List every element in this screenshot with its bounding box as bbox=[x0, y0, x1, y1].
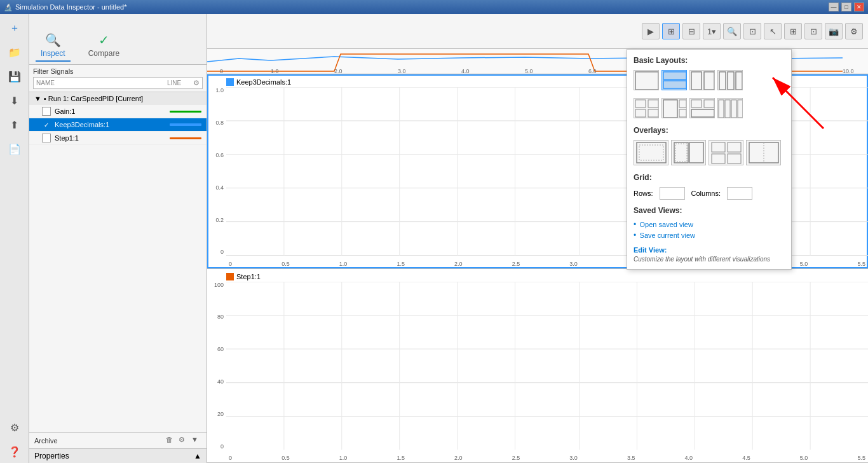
layout-two-stacked-selected[interactable] bbox=[661, 70, 687, 90]
svg-rect-58 bbox=[679, 109, 686, 117]
tab-compare[interactable]: ✓ Compare bbox=[83, 30, 125, 62]
compare-icon: ✓ bbox=[98, 32, 109, 48]
signal-row-keep3decimals[interactable]: ✓ Keep3Decimals:1 bbox=[29, 118, 207, 132]
archive-delete-icon[interactable]: 🗑 bbox=[166, 436, 176, 446]
overlay-1[interactable] bbox=[634, 140, 668, 165]
properties-label: Properties bbox=[34, 452, 69, 460]
app-icon: 🔬 bbox=[4, 3, 13, 11]
add-button[interactable]: ＋ bbox=[3, 17, 26, 39]
signals-list: ▼ ▪ Run 1: CarSpeedPID [Current] Gain:1 … bbox=[29, 92, 207, 432]
layout-two-cols[interactable] bbox=[689, 70, 715, 90]
svg-rect-68 bbox=[674, 142, 688, 163]
help-button[interactable]: ❓ bbox=[3, 440, 26, 463]
layout-grid-row2 bbox=[634, 98, 785, 118]
svg-rect-61 bbox=[691, 109, 714, 117]
svg-rect-73 bbox=[712, 154, 725, 163]
inspect-icon: 🔍 bbox=[45, 32, 61, 48]
tab-inspect[interactable]: 🔍 Inspect bbox=[36, 30, 71, 62]
basic-layouts-title: Basic Layouts: bbox=[634, 56, 785, 65]
upload-button[interactable]: ⬆ bbox=[3, 113, 26, 136]
chart1-legend-box bbox=[226, 78, 234, 86]
svg-rect-53 bbox=[648, 100, 658, 107]
layout-single[interactable] bbox=[634, 70, 659, 90]
chart1-title: Keep3Decimals:1 bbox=[226, 78, 291, 86]
expand-button[interactable]: ⊞ bbox=[784, 23, 802, 39]
edit-view-title[interactable]: Edit View: bbox=[634, 246, 785, 254]
layout-button[interactable]: ⊞ bbox=[662, 23, 680, 39]
svg-rect-74 bbox=[728, 154, 741, 163]
check-keep3decimals[interactable]: ✓ bbox=[42, 120, 51, 129]
svg-text:0: 0 bbox=[220, 68, 223, 74]
archive-icons: 🗑 ⚙ ▼ bbox=[166, 436, 201, 446]
title-bar-controls: — □ ✕ bbox=[829, 3, 864, 11]
svg-rect-72 bbox=[728, 142, 741, 152]
overlay-2[interactable] bbox=[671, 140, 706, 165]
layout-four-cols[interactable] bbox=[717, 98, 743, 118]
layout-four-grid[interactable] bbox=[634, 98, 659, 118]
svg-rect-69 bbox=[689, 142, 703, 163]
layout-three[interactable] bbox=[717, 70, 743, 90]
cursor-button[interactable]: ↖ bbox=[764, 23, 782, 39]
overlays-title: Overlays: bbox=[634, 126, 785, 135]
grid-title: Grid: bbox=[634, 173, 785, 182]
svg-text:4.0: 4.0 bbox=[461, 68, 470, 74]
zoom-button[interactable]: 🔍 bbox=[723, 23, 741, 39]
play-button[interactable]: ▶ bbox=[642, 23, 660, 39]
svg-rect-54 bbox=[635, 109, 646, 117]
signal-row-step[interactable]: Step1:1 bbox=[29, 132, 207, 145]
settings-toolbar-button[interactable]: ⚙ bbox=[845, 23, 863, 39]
svg-rect-60 bbox=[704, 100, 714, 107]
filter-row: NAME LINE ⚙ bbox=[33, 77, 203, 89]
settings-button[interactable]: ⚙ bbox=[3, 416, 26, 439]
close-button[interactable]: ✕ bbox=[854, 3, 864, 11]
screenshot-button[interactable]: 📷 bbox=[825, 23, 843, 39]
svg-rect-52 bbox=[635, 100, 646, 107]
chart1-title-text: Keep3Decimals:1 bbox=[236, 78, 291, 86]
open-saved-view-link[interactable]: Open saved view bbox=[640, 221, 693, 228]
compare-label: Compare bbox=[88, 49, 119, 58]
edit-view-section: Edit View: Customize the layout with dif… bbox=[634, 246, 785, 263]
chart2-y-axis: 100806040200 bbox=[207, 282, 226, 450]
save-button[interactable]: 💾 bbox=[3, 65, 26, 88]
folder-button[interactable]: 📁 bbox=[3, 41, 26, 64]
svg-text:3.0: 3.0 bbox=[398, 68, 406, 74]
minimize-button[interactable]: — bbox=[829, 3, 839, 11]
col-line-header: LINE bbox=[155, 79, 193, 86]
svg-rect-67 bbox=[639, 145, 663, 160]
file-button[interactable]: 📄 bbox=[3, 137, 26, 160]
run-label: ▪ Run 1: CarSpeedPID [Current] bbox=[44, 95, 143, 102]
archive-settings-icon[interactable]: ⚙ bbox=[179, 436, 189, 446]
main-area: ▶ ⊞ ⊟ 1▾ 🔍 ⊡ ↖ ⊞ ⊡ 📷 ⚙ 0 1.0 bbox=[207, 14, 868, 463]
rows-input[interactable] bbox=[660, 187, 685, 200]
check-step[interactable] bbox=[42, 134, 51, 142]
overlay-3[interactable] bbox=[709, 140, 743, 165]
inspect-label: Inspect bbox=[41, 49, 65, 58]
svg-rect-71 bbox=[712, 142, 725, 152]
grid-button[interactable]: ⊟ bbox=[682, 23, 700, 39]
overlay-grid bbox=[634, 140, 785, 165]
svg-rect-45 bbox=[663, 72, 686, 79]
archive-expand-icon[interactable]: ▼ bbox=[191, 436, 201, 446]
check-gain[interactable] bbox=[42, 107, 51, 116]
signal-name-keep3decimals: Keep3Decimals:1 bbox=[55, 121, 166, 128]
restore-button[interactable]: ⊡ bbox=[804, 23, 822, 39]
save-current-view-link[interactable]: Save current view bbox=[640, 232, 695, 239]
layout-big-bottom[interactable] bbox=[689, 98, 715, 118]
app-title: Simulation Data Inspector - untitled* bbox=[15, 3, 126, 11]
fit-button[interactable]: ⊡ bbox=[743, 23, 761, 39]
bullet-2: • bbox=[634, 231, 636, 240]
overlay-4[interactable] bbox=[746, 140, 781, 165]
download-button[interactable]: ⬇ bbox=[3, 89, 26, 112]
cols-input[interactable] bbox=[727, 187, 752, 200]
properties-expand-icon[interactable]: ▲ bbox=[194, 452, 201, 460]
saved-views-section: Saved Views: • Open saved view • Save cu… bbox=[634, 206, 785, 240]
signal-row-gain[interactable]: Gain:1 bbox=[29, 105, 207, 118]
run-header[interactable]: ▼ ▪ Run 1: CarSpeedPID [Current] bbox=[29, 92, 207, 105]
maximize-button[interactable]: □ bbox=[841, 3, 851, 11]
layout-big-left[interactable] bbox=[661, 98, 687, 118]
archive-section: Archive 🗑 ⚙ ▼ bbox=[29, 432, 207, 448]
svg-rect-44 bbox=[635, 72, 658, 90]
signal-line-keep3decimals bbox=[170, 123, 201, 126]
settings-icon-small[interactable]: ⚙ bbox=[193, 79, 200, 87]
scale-button[interactable]: 1▾ bbox=[703, 23, 721, 39]
